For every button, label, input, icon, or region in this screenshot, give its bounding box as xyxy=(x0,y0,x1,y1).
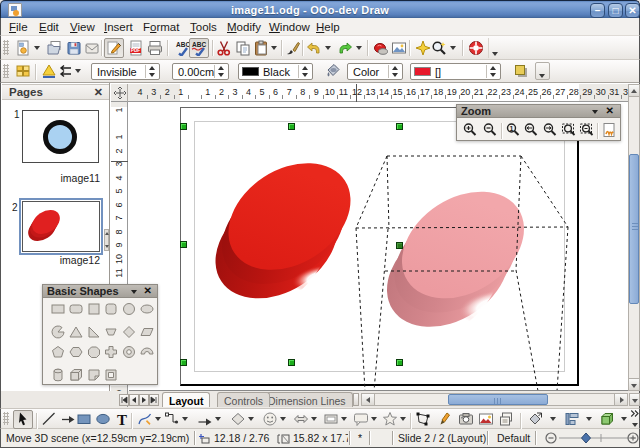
svg-text:T: T xyxy=(117,412,127,428)
svg-text:1: 1 xyxy=(510,125,514,132)
svg-text:PDF: PDF xyxy=(131,48,141,53)
svg-text:ABC: ABC xyxy=(192,41,206,48)
